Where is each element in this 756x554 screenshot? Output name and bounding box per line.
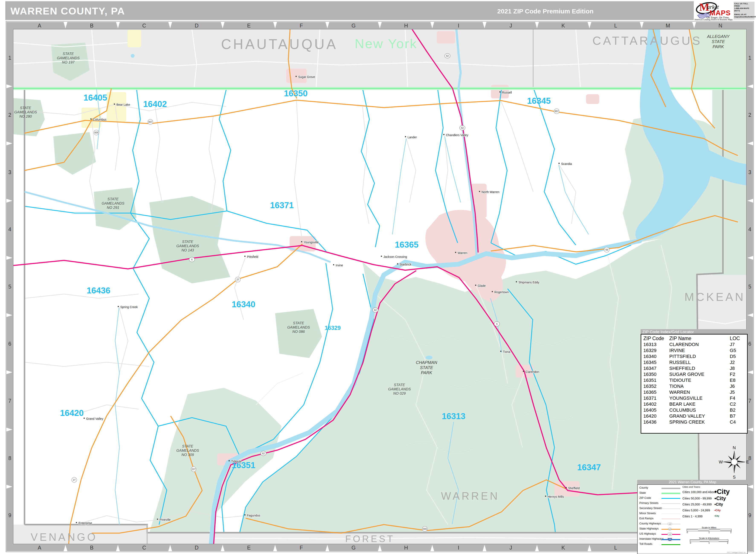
grid-letter: A	[38, 22, 41, 29]
svg-text:957: 957	[555, 110, 558, 112]
svg-text:16402: 16402	[143, 99, 167, 109]
table-row: 16351TIDIOUTEE8	[643, 377, 745, 383]
copyright: 2021 © Intelligent Direct, Inc.	[727, 552, 746, 553]
svg-text:GAMELANDS: GAMELANDS	[177, 448, 199, 453]
svg-text:STATE: STATE	[394, 383, 405, 387]
svg-text:Clarendon: Clarendon	[525, 370, 539, 374]
svg-text:123: 123	[668, 523, 671, 525]
state-shield: 957	[554, 109, 559, 114]
state-shield: 27	[72, 477, 77, 483]
svg-text:Chandlers Valley: Chandlers Valley	[446, 133, 468, 137]
svg-text:Enterprise: Enterprise	[79, 521, 92, 525]
state-shield: 59	[604, 247, 609, 252]
grid-letter: M	[666, 22, 670, 29]
grid-letter: C	[142, 22, 146, 29]
city-class-label: Cities 5,000 - 24,999	[683, 509, 710, 512]
svg-text:6: 6	[496, 323, 498, 325]
map-canvas: 6 6 6 62 62 62 957 957 27 27 227 426 666…	[0, 0, 756, 554]
us-shield: 6	[494, 322, 500, 326]
grid-letter: I	[458, 22, 459, 29]
column-header: LOC	[730, 335, 745, 342]
svg-text:Henrys Mills: Henrys Mills	[548, 495, 564, 498]
city-sample: •City	[714, 515, 719, 517]
svg-text:Grand Valley: Grand Valley	[86, 417, 103, 421]
grid-number: 9	[8, 512, 11, 518]
minor-street-sample	[661, 513, 680, 514]
svg-text:Pineville: Pineville	[159, 518, 170, 521]
svg-text:STATE: STATE	[182, 240, 193, 244]
legend-item: State	[639, 491, 646, 496]
svg-text:Pittsfield: Pittsfield	[247, 255, 258, 259]
svg-text:62: 62	[374, 309, 376, 311]
legend-item: ZIP Code	[639, 496, 651, 501]
grid-letter: L	[614, 545, 617, 551]
svg-text:16340: 16340	[232, 299, 255, 309]
svg-text:Sugar Grove: Sugar Grove	[298, 75, 315, 78]
svg-text:62: 62	[262, 452, 265, 455]
county-label-mckean: MCKEAN	[684, 290, 745, 303]
grid-letter: E	[247, 22, 251, 29]
grid-letter: F	[300, 22, 303, 29]
svg-text:16365: 16365	[395, 240, 418, 249]
svg-text:123: 123	[668, 529, 671, 530]
svg-text:Scandia: Scandia	[561, 162, 572, 166]
svg-text:NO 086: NO 086	[292, 330, 305, 334]
svg-text:GAMELANDS: GAMELANDS	[102, 201, 124, 206]
grid-letter: D	[195, 545, 199, 551]
city-class-label: Cities 25,000 - 49,999	[683, 503, 712, 506]
svg-text:16420: 16420	[60, 408, 84, 418]
svg-text:Rogertown: Rogertown	[494, 290, 509, 294]
svg-text:GAMELANDS: GAMELANDS	[57, 56, 80, 60]
svg-text:NO 197: NO 197	[62, 60, 74, 64]
legend-item: County Highways	[639, 522, 661, 527]
svg-text:North Warren: North Warren	[482, 190, 499, 194]
grid-number: 5	[748, 284, 751, 289]
svg-text:NO 143: NO 143	[182, 248, 194, 252]
svg-text:Glade: Glade	[478, 284, 486, 287]
table-row: 16436SPRING CREEKC4	[643, 419, 745, 425]
grid-number: 6	[748, 341, 751, 347]
table-row: 16340PITTSFIELDD5	[643, 353, 745, 359]
map-sheet: WARREN COUNTY, PA 2021 ZIP Code Premium …	[0, 0, 756, 554]
us-shield-icon: 123	[667, 533, 673, 536]
svg-text:Lander: Lander	[408, 135, 417, 139]
zip-index-table: ZIP Code ZIP Name LOC 16313CLARENDONJ7 1…	[643, 335, 745, 425]
grid-number: 4	[748, 226, 751, 232]
grid-number: 7	[8, 398, 11, 404]
svg-text:Russell: Russell	[502, 91, 512, 94]
ny-township	[128, 30, 141, 47]
county-label-chautauqua: CHAUTAUQUA	[221, 36, 338, 52]
grid-letter: D	[195, 22, 199, 29]
compass-n: N	[733, 445, 736, 450]
grid-letter: H	[404, 22, 408, 29]
grid-letter: E	[247, 545, 251, 551]
zip-line-sample	[661, 498, 680, 499]
grid-letter: N	[718, 22, 722, 29]
svg-text:Warren: Warren	[458, 251, 467, 255]
grid-number: 7	[748, 398, 751, 404]
cities-header: Cities and Towns	[683, 486, 700, 488]
table-row: 16365WARRENJ5	[643, 389, 745, 395]
svg-text:16436: 16436	[87, 286, 110, 295]
us-shield: 62	[445, 53, 450, 58]
table-row: 16345RUSSELLJ2	[643, 359, 745, 366]
table-row: 16329IRVINEG5	[643, 347, 745, 353]
svg-text:27: 27	[73, 479, 75, 481]
svg-text:Sheffield: Sheffield	[568, 487, 579, 490]
state-shield-icon: 123	[667, 528, 673, 531]
svg-text:27: 27	[237, 278, 239, 281]
grid-number: 6	[8, 341, 11, 347]
table-row: 16402BEAR LAKEC2	[643, 401, 745, 407]
table-row: 16420GRAND VALLEYB7	[643, 413, 745, 419]
secondary-street-sample	[661, 508, 680, 509]
legend-item: Interstate Highways	[639, 537, 664, 542]
exit-ramp-sample	[661, 519, 680, 519]
city-class-label: Cities 50,000 - 99,999	[683, 497, 712, 500]
scale-miles: Scale in Miles 012	[687, 526, 732, 534]
svg-text:16405: 16405	[83, 93, 107, 102]
grid-number: 2	[748, 112, 751, 118]
grid-letter: F	[300, 545, 303, 551]
svg-text:16345: 16345	[527, 96, 551, 106]
svg-text:GAMELANDS: GAMELANDS	[14, 110, 37, 114]
svg-text:16371: 16371	[270, 201, 294, 210]
